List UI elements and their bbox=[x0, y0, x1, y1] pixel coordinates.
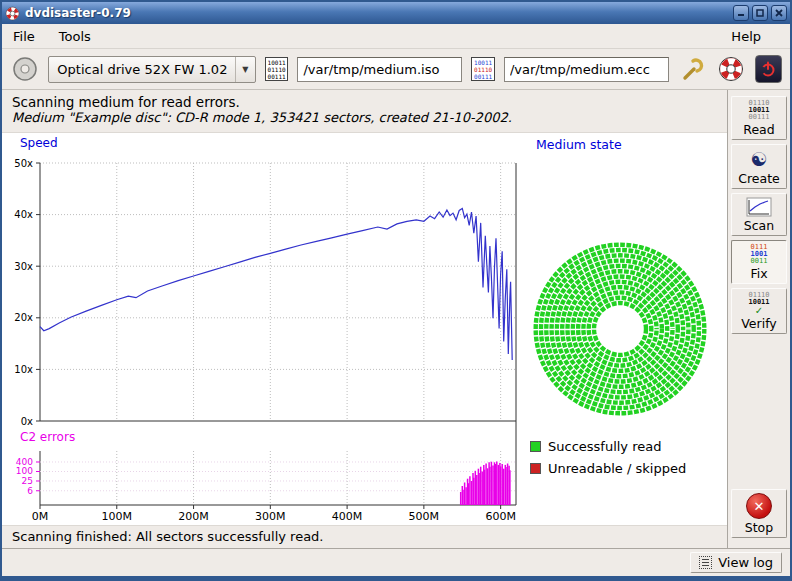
svg-text:300M: 300M bbox=[255, 510, 286, 523]
medium-state-title: Medium state bbox=[536, 137, 622, 152]
verify-label: Verify bbox=[741, 316, 776, 331]
about-button[interactable] bbox=[716, 54, 745, 84]
verify-button[interactable]: 01110 10011 ✓ Verify bbox=[731, 288, 787, 334]
app-window: dvdisaster-0.79 File Tools Help Optical … bbox=[0, 0, 792, 581]
titlebar[interactable]: dvdisaster-0.79 bbox=[2, 2, 790, 24]
preferences-button[interactable] bbox=[678, 54, 707, 84]
svg-text:100M: 100M bbox=[102, 510, 133, 523]
legend-ok-label: Successfully read bbox=[548, 439, 661, 454]
medium-state-disc bbox=[528, 237, 712, 421]
close-button[interactable] bbox=[771, 5, 787, 21]
scan-result-status: Scanning finished: All sectors successfu… bbox=[2, 526, 727, 548]
close-icon bbox=[775, 9, 783, 17]
speed-c2-chart: 0M100M200M300M400M500M600M0x10x20x30x40x… bbox=[2, 133, 522, 526]
drive-icon-button[interactable] bbox=[10, 54, 39, 84]
fix-label: Fix bbox=[750, 266, 767, 281]
stop-label: Stop bbox=[745, 520, 773, 535]
read-label: Read bbox=[743, 122, 774, 137]
status-line-1: Scanning medium for read errors. bbox=[12, 94, 717, 110]
svg-text:500M: 500M bbox=[409, 510, 440, 523]
bottombar: View log bbox=[2, 548, 790, 576]
svg-text:6: 6 bbox=[27, 486, 33, 496]
read-button[interactable]: 01110 10011 00111 Read bbox=[731, 96, 787, 140]
legend-bad-label: Unreadable / skipped bbox=[548, 461, 686, 476]
status-line-2: Medium "Example disc": CD-R mode 1, 3534… bbox=[12, 110, 717, 125]
fix-button[interactable]: 0111 1001 0011 Fix bbox=[731, 240, 787, 284]
chevron-down-icon: ▼ bbox=[235, 57, 255, 82]
svg-text:C2 errors: C2 errors bbox=[20, 430, 75, 444]
ecc-file-icon: 100110111000111 bbox=[471, 57, 495, 81]
legend-ok-swatch bbox=[530, 441, 541, 452]
menu-help[interactable]: Help bbox=[729, 27, 763, 46]
app-icon bbox=[5, 6, 20, 21]
minimize-button[interactable] bbox=[733, 5, 749, 21]
drive-disc-icon bbox=[12, 56, 38, 82]
svg-text:0x: 0x bbox=[21, 416, 33, 427]
svg-text:600M: 600M bbox=[485, 510, 516, 523]
stop-button[interactable]: ✕ Stop bbox=[731, 489, 787, 538]
create-button[interactable]: ☯ Create bbox=[731, 144, 787, 189]
menu-tools[interactable]: Tools bbox=[57, 27, 93, 46]
view-log-button[interactable]: View log bbox=[690, 552, 782, 573]
view-log-label: View log bbox=[718, 555, 773, 570]
drive-selector[interactable]: Optical drive 52X FW 1.02 ▼ bbox=[48, 56, 256, 83]
stop-icon: ✕ bbox=[746, 493, 772, 519]
svg-text:25: 25 bbox=[22, 476, 33, 486]
iso-path-input[interactable] bbox=[297, 57, 462, 82]
fix-icon: 0111 1001 0011 bbox=[751, 244, 768, 265]
create-icon: ☯ bbox=[750, 148, 767, 170]
svg-text:0M: 0M bbox=[32, 510, 49, 523]
dvdisaster-logo-icon bbox=[718, 56, 744, 82]
scan-button[interactable]: Scan bbox=[731, 193, 787, 236]
quit-button[interactable] bbox=[755, 55, 782, 83]
read-icon: 01110 10011 00111 bbox=[748, 100, 769, 121]
verify-icon: 01110 10011 ✓ bbox=[748, 292, 769, 315]
action-sidebar: 01110 10011 00111 Read ☯ Create Scan bbox=[727, 90, 790, 548]
menubar: File Tools Help bbox=[2, 24, 790, 49]
svg-text:50x: 50x bbox=[14, 158, 33, 169]
maximize-icon bbox=[756, 9, 764, 17]
main-column: Scanning medium for read errors. Medium … bbox=[2, 90, 727, 548]
toolbar: Optical drive 52X FW 1.02 ▼ 100110111000… bbox=[2, 49, 790, 90]
svg-text:400M: 400M bbox=[332, 510, 363, 523]
svg-text:Speed: Speed bbox=[20, 136, 58, 150]
power-icon bbox=[759, 60, 777, 78]
iso-file-icon: 100110111000111 bbox=[265, 57, 289, 81]
wrench-icon bbox=[681, 57, 705, 81]
maximize-button[interactable] bbox=[752, 5, 768, 21]
menu-file[interactable]: File bbox=[11, 27, 37, 46]
svg-text:200M: 200M bbox=[178, 510, 209, 523]
window-title: dvdisaster-0.79 bbox=[25, 6, 730, 20]
log-window-icon bbox=[699, 556, 712, 569]
ecc-path-input[interactable] bbox=[504, 57, 669, 82]
svg-text:20x: 20x bbox=[14, 312, 33, 323]
svg-text:100: 100 bbox=[16, 466, 33, 476]
svg-text:40x: 40x bbox=[14, 209, 33, 220]
svg-text:30x: 30x bbox=[14, 261, 33, 272]
svg-text:10x: 10x bbox=[14, 364, 33, 375]
minimize-icon bbox=[737, 9, 745, 17]
medium-state-legend: Successfully read Unreadable / skipped bbox=[530, 439, 686, 476]
drive-selector-value: Optical drive 52X FW 1.02 bbox=[57, 62, 235, 77]
create-label: Create bbox=[738, 171, 780, 186]
scan-icon bbox=[746, 197, 772, 217]
legend-bad-swatch bbox=[530, 463, 541, 474]
svg-text:400: 400 bbox=[16, 457, 33, 467]
legend-row-ok: Successfully read bbox=[530, 439, 686, 454]
chart-area: 0M100M200M300M400M500M600M0x10x20x30x40x… bbox=[2, 132, 727, 526]
legend-row-bad: Unreadable / skipped bbox=[530, 461, 686, 476]
scan-label: Scan bbox=[744, 218, 774, 233]
content: Scanning medium for read errors. Medium … bbox=[2, 90, 790, 548]
status-area: Scanning medium for read errors. Medium … bbox=[2, 90, 727, 132]
